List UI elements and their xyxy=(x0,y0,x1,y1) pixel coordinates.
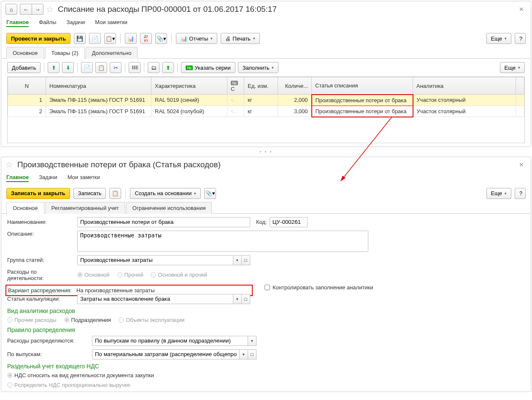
name-label: Наименование: xyxy=(7,219,75,225)
col-unit[interactable]: Ед. изм. xyxy=(244,77,278,95)
nav-tasks[interactable]: Задачи xyxy=(39,174,57,182)
create-based-button[interactable]: Создать на основании▾ xyxy=(130,188,201,199)
list-icon[interactable]: 📋 xyxy=(109,188,121,199)
post-icon[interactable]: 📄 xyxy=(89,33,101,44)
save-icon[interactable]: 💾 xyxy=(74,33,86,44)
write-and-close-button[interactable]: Записать и закрыть xyxy=(6,188,70,199)
analytics-other-radio xyxy=(7,317,13,323)
print-button[interactable]: 🖨 Печать▾ xyxy=(221,33,260,44)
table-row[interactable]: 2 Эмаль ПФ-115 (эмаль) ГОСТ Р 51691 RAL … xyxy=(8,106,524,117)
nav-tasks[interactable]: Задачи xyxy=(67,19,85,27)
calc-input[interactable] xyxy=(77,294,233,304)
help-button[interactable]: ? xyxy=(515,33,526,44)
code-label: Код: xyxy=(256,219,267,225)
more-button[interactable]: Еще▾ xyxy=(486,33,511,44)
close-icon[interactable]: ✕ xyxy=(516,161,527,168)
col-char[interactable]: Характеристика xyxy=(151,77,227,95)
write-button[interactable]: Записать xyxy=(73,188,106,199)
vat-head: Раздельный учет входящего НДС xyxy=(7,363,525,370)
barcode-icon[interactable]: ⦀⦀⦀ xyxy=(129,62,140,73)
dropdown-icon[interactable]: ▾ xyxy=(248,336,257,346)
favorite-star-icon[interactable]: ☆ xyxy=(46,4,54,14)
grid-toolbar: Добавить ⬆ ⬇ 📄 📋 ✂ ⦀⦀⦀ 🗂 ⬆ № Указать сер… xyxy=(1,59,531,76)
dtkt-icon[interactable]: ДтКт xyxy=(140,33,152,44)
title-bar: ⌂ ← → ☆ Списание на расходы ПР00-000001 … xyxy=(1,1,531,17)
back-button[interactable]: ← xyxy=(20,4,32,15)
page-title: Списание на расходы ПР00-000001 от 01.06… xyxy=(58,5,277,14)
favorite-star-icon[interactable]: ☆ xyxy=(5,160,13,170)
top-panel: ⌂ ← → ☆ Списание на расходы ПР00-000001 … xyxy=(1,1,531,147)
grid-more-button[interactable]: Еще▾ xyxy=(500,62,525,73)
tab-restrict[interactable]: Ограничение использования xyxy=(126,202,212,214)
col-article[interactable]: Статья списания xyxy=(312,77,413,95)
col-qty[interactable]: Количе... xyxy=(278,77,312,95)
split-icon[interactable]: ✂ xyxy=(110,62,122,73)
content-tabs: Основное Товары (2) Дополнительно xyxy=(1,46,531,59)
col-analytics[interactable]: Аналитика xyxy=(413,77,516,95)
activity-label: Расходы по деятельности: xyxy=(7,269,75,281)
goods-table: N Номенклатура Характеристика № С Ед. из… xyxy=(7,76,525,143)
copy-row-icon[interactable]: 📄 xyxy=(81,62,93,73)
dropdown-icon[interactable]: ▾ xyxy=(233,255,242,265)
close-icon[interactable]: ✕ xyxy=(516,6,527,13)
desc-input[interactable] xyxy=(77,231,368,252)
main-toolbar: Провести и закрыть 💾 📄 📋▾ 📊 ДтКт 📎▾ 📊 От… xyxy=(1,30,531,46)
form-area: Наименование: Код: Описание: Группа стат… xyxy=(1,214,531,392)
rule-by-input[interactable] xyxy=(92,349,240,359)
attach-icon[interactable]: 📎▾ xyxy=(204,188,216,199)
copy-icon[interactable]: 📋▾ xyxy=(104,33,116,44)
move-down-icon[interactable]: ⬇ xyxy=(62,62,74,73)
analytics-dept-radio xyxy=(64,317,70,323)
col-extra[interactable] xyxy=(516,77,524,95)
table-row[interactable]: 1 Эмаль ПФ-115 (эмаль) ГОСТ Р 51691 RAL … xyxy=(8,95,524,106)
upload-icon[interactable]: ⬆ xyxy=(162,62,174,73)
reports-button[interactable]: 📊 Отчеты▾ xyxy=(176,33,217,44)
group-input[interactable] xyxy=(77,255,233,265)
series-button[interactable]: № Указать серии xyxy=(181,62,235,73)
tab-reg[interactable]: Регламентированный учет xyxy=(45,202,125,214)
nav-notes[interactable]: Мои заметки xyxy=(68,174,100,182)
rule-head: Правило распределения xyxy=(7,327,525,333)
dist-label: Вариант распределения: xyxy=(8,287,74,294)
tab-main-2[interactable]: Основное xyxy=(6,202,44,214)
dropdown-icon[interactable]: ▾ xyxy=(233,294,242,304)
move-up-icon[interactable]: ⬆ xyxy=(48,62,59,73)
group-label: Группа статей: xyxy=(7,257,75,263)
vat-doc-radio xyxy=(7,373,13,378)
open-icon[interactable]: ▢ xyxy=(242,255,250,265)
activity-main-radio xyxy=(77,272,83,278)
nav-main[interactable]: Главное xyxy=(6,19,29,27)
fill-button[interactable]: Заполнить▾ xyxy=(238,62,279,73)
nav-main[interactable]: Главное xyxy=(6,174,29,182)
help-button-2[interactable]: ? xyxy=(515,188,526,199)
paste-row-icon[interactable]: 📋 xyxy=(95,62,107,73)
col-item[interactable]: Номенклатура xyxy=(46,77,151,95)
attach-icon[interactable]: 📎▾ xyxy=(155,33,167,44)
add-button[interactable]: Добавить xyxy=(7,62,41,73)
analytics-head: Вид аналитики расходов xyxy=(7,307,525,314)
tab-additional[interactable]: Дополнительно xyxy=(86,47,138,59)
tab-main[interactable]: Основное xyxy=(6,47,44,59)
rule-dist-label: Расходы распределяются: xyxy=(7,337,89,344)
open-icon[interactable]: ▢ xyxy=(248,349,257,359)
name-input[interactable] xyxy=(77,217,250,227)
card-icon[interactable]: 🗂 xyxy=(148,62,159,73)
post-and-close-button[interactable]: Провести и закрыть xyxy=(6,33,70,44)
control-checkbox[interactable] xyxy=(265,285,270,290)
nav-notes[interactable]: Мои заметки xyxy=(95,19,127,27)
col-s[interactable]: № С xyxy=(227,77,244,95)
activity-both-radio xyxy=(151,272,156,278)
open-icon[interactable]: ▢ xyxy=(242,294,250,304)
col-n[interactable]: N xyxy=(8,77,46,95)
title-bar-2: ☆ Производственные потери от брака (Стат… xyxy=(1,157,531,172)
more-button-2[interactable]: Еще▾ xyxy=(486,188,511,199)
forward-button[interactable]: → xyxy=(32,4,43,15)
home-button[interactable]: ⌂ xyxy=(5,4,17,15)
rule-dist-input[interactable] xyxy=(92,336,248,346)
tab-goods[interactable]: Товары (2) xyxy=(45,47,85,59)
registry-icon[interactable]: 📊 xyxy=(125,33,137,44)
nav-files[interactable]: Файлы xyxy=(39,19,56,27)
dropdown-icon[interactable]: ▾ xyxy=(240,349,248,359)
code-input[interactable] xyxy=(270,217,308,227)
panel-separator[interactable]: • • • xyxy=(0,148,532,156)
